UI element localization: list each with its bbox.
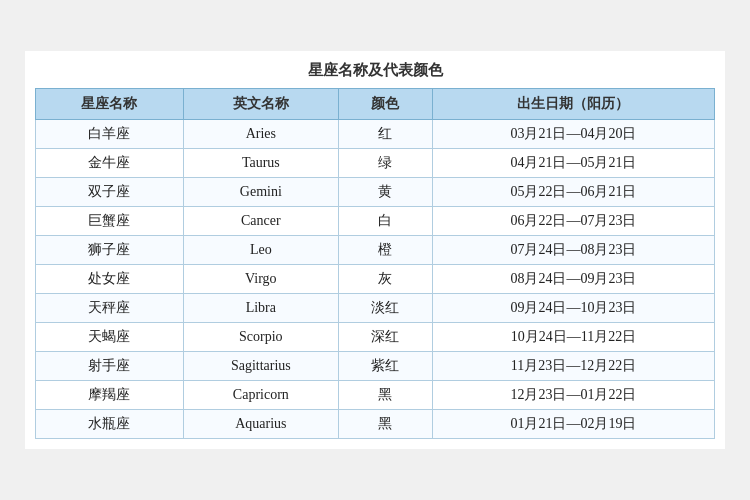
cell-10-1: Aquarius	[183, 410, 338, 439]
cell-10-3: 01月21日—02月19日	[432, 410, 714, 439]
cell-8-0: 射手座	[36, 352, 184, 381]
cell-4-0: 狮子座	[36, 236, 184, 265]
cell-2-2: 黄	[338, 178, 432, 207]
cell-3-2: 白	[338, 207, 432, 236]
table-row: 水瓶座Aquarius黑01月21日—02月19日	[36, 410, 715, 439]
cell-4-1: Leo	[183, 236, 338, 265]
table-row: 处女座Virgo灰08月24日—09月23日	[36, 265, 715, 294]
main-container: 星座名称及代表颜色 星座名称英文名称颜色出生日期（阳历） 白羊座Aries红03…	[25, 51, 725, 449]
cell-5-3: 08月24日—09月23日	[432, 265, 714, 294]
header-col-2: 颜色	[338, 89, 432, 120]
page-title: 星座名称及代表颜色	[35, 61, 715, 80]
header-col-0: 星座名称	[36, 89, 184, 120]
cell-6-0: 天秤座	[36, 294, 184, 323]
cell-3-0: 巨蟹座	[36, 207, 184, 236]
cell-0-2: 红	[338, 120, 432, 149]
cell-2-0: 双子座	[36, 178, 184, 207]
table-row: 金牛座Taurus绿04月21日—05月21日	[36, 149, 715, 178]
cell-7-0: 天蝎座	[36, 323, 184, 352]
cell-0-3: 03月21日—04月20日	[432, 120, 714, 149]
cell-4-3: 07月24日—08月23日	[432, 236, 714, 265]
cell-0-1: Aries	[183, 120, 338, 149]
cell-10-0: 水瓶座	[36, 410, 184, 439]
cell-1-0: 金牛座	[36, 149, 184, 178]
cell-9-3: 12月23日—01月22日	[432, 381, 714, 410]
cell-0-0: 白羊座	[36, 120, 184, 149]
cell-3-3: 06月22日—07月23日	[432, 207, 714, 236]
table-row: 巨蟹座Cancer白06月22日—07月23日	[36, 207, 715, 236]
cell-8-1: Sagittarius	[183, 352, 338, 381]
cell-3-1: Cancer	[183, 207, 338, 236]
table-row: 天秤座Libra淡红09月24日—10月23日	[36, 294, 715, 323]
cell-8-2: 紫红	[338, 352, 432, 381]
table-header-row: 星座名称英文名称颜色出生日期（阳历）	[36, 89, 715, 120]
cell-1-1: Taurus	[183, 149, 338, 178]
table-row: 狮子座Leo橙07月24日—08月23日	[36, 236, 715, 265]
zodiac-table: 星座名称英文名称颜色出生日期（阳历） 白羊座Aries红03月21日—04月20…	[35, 88, 715, 439]
cell-9-0: 摩羯座	[36, 381, 184, 410]
table-row: 天蝎座Scorpio深红10月24日—11月22日	[36, 323, 715, 352]
cell-6-1: Libra	[183, 294, 338, 323]
cell-6-3: 09月24日—10月23日	[432, 294, 714, 323]
cell-1-2: 绿	[338, 149, 432, 178]
table-row: 双子座Gemini黄05月22日—06月21日	[36, 178, 715, 207]
cell-5-2: 灰	[338, 265, 432, 294]
cell-7-2: 深红	[338, 323, 432, 352]
table-row: 摩羯座Capricorn黑12月23日—01月22日	[36, 381, 715, 410]
cell-2-3: 05月22日—06月21日	[432, 178, 714, 207]
header-col-3: 出生日期（阳历）	[432, 89, 714, 120]
cell-10-2: 黑	[338, 410, 432, 439]
cell-6-2: 淡红	[338, 294, 432, 323]
cell-9-1: Capricorn	[183, 381, 338, 410]
cell-7-1: Scorpio	[183, 323, 338, 352]
table-row: 射手座Sagittarius紫红11月23日—12月22日	[36, 352, 715, 381]
header-col-1: 英文名称	[183, 89, 338, 120]
table-row: 白羊座Aries红03月21日—04月20日	[36, 120, 715, 149]
cell-9-2: 黑	[338, 381, 432, 410]
cell-1-3: 04月21日—05月21日	[432, 149, 714, 178]
cell-7-3: 10月24日—11月22日	[432, 323, 714, 352]
cell-2-1: Gemini	[183, 178, 338, 207]
cell-8-3: 11月23日—12月22日	[432, 352, 714, 381]
cell-5-0: 处女座	[36, 265, 184, 294]
cell-4-2: 橙	[338, 236, 432, 265]
cell-5-1: Virgo	[183, 265, 338, 294]
